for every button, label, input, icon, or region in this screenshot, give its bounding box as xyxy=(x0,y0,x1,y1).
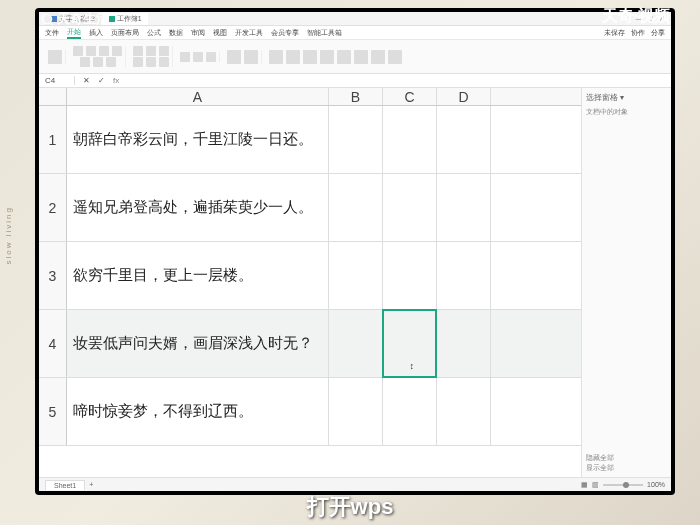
show-all-button[interactable]: 显示全部 xyxy=(586,463,667,473)
col-header-d[interactable]: D xyxy=(437,88,491,105)
ribbon-cells xyxy=(266,50,405,64)
cell-d3[interactable] xyxy=(437,242,491,309)
currency-icon[interactable] xyxy=(180,52,190,62)
select-all-corner[interactable] xyxy=(39,88,67,105)
freeze-icon[interactable] xyxy=(371,50,385,64)
ribbon-styles xyxy=(224,50,262,64)
cell-a1[interactable]: 朝辞白帝彩云间，千里江陵一日还。 xyxy=(67,106,329,173)
cell-a4[interactable]: 妆罢低声问夫婿，画眉深浅入时无？ xyxy=(67,310,329,377)
sidebar-pane: 选择窗格 ▾ 文档中的对象 隐藏全部 显示全部 xyxy=(581,88,671,477)
cell-d5[interactable] xyxy=(437,378,491,445)
row-header-1[interactable]: 1 xyxy=(39,106,67,173)
cell-c5[interactable] xyxy=(383,378,437,445)
doc-tab-sheet[interactable]: 工作簿1 xyxy=(103,13,148,25)
menu-start[interactable]: 开始 xyxy=(67,27,81,39)
cell-a5[interactable]: 啼时惊妾梦，不得到辽西。 xyxy=(67,378,329,445)
sidebar-title[interactable]: 选择窗格 ▾ xyxy=(586,92,667,103)
sum-icon[interactable] xyxy=(269,50,283,64)
valign-mid-icon[interactable] xyxy=(146,57,156,67)
sort-icon[interactable] xyxy=(286,50,300,64)
cell-c2[interactable] xyxy=(383,174,437,241)
view-page-icon[interactable]: ▥ xyxy=(592,481,599,489)
view-normal-icon[interactable]: ▦ xyxy=(581,481,588,489)
fill-color-icon[interactable] xyxy=(80,57,90,67)
font-color-icon[interactable] xyxy=(112,46,122,56)
name-box[interactable]: C4 xyxy=(45,76,75,85)
zoom-slider[interactable] xyxy=(603,484,643,486)
screen: 文字文稿12 工作簿1 — □ ✕ 文件 开始 插入 页面布局 公式 数据 审阅… xyxy=(39,12,671,491)
cell-a3[interactable]: 欲穷千里目，更上一层楼。 xyxy=(67,242,329,309)
col-header-c[interactable]: C xyxy=(383,88,437,105)
border-icon[interactable] xyxy=(93,57,103,67)
fx-icon[interactable]: fx xyxy=(113,76,119,85)
row-header-2[interactable]: 2 xyxy=(39,174,67,241)
row-header-4[interactable]: 4 xyxy=(39,310,67,377)
menu-tools[interactable]: 智能工具箱 xyxy=(307,28,342,38)
align-center-icon[interactable] xyxy=(146,46,156,56)
row-header-3[interactable]: 3 xyxy=(39,242,67,309)
menu-formula[interactable]: 公式 xyxy=(147,28,161,38)
save-status: 未保存 xyxy=(604,28,625,38)
svg-point-0 xyxy=(42,14,51,23)
cell-a2[interactable]: 遥知兄弟登高处，遍插茱萸少一人。 xyxy=(67,174,329,241)
cell-b4[interactable] xyxy=(329,310,383,377)
cell-b3[interactable] xyxy=(329,242,383,309)
cell-c1[interactable] xyxy=(383,106,437,173)
svg-line-1 xyxy=(51,23,53,25)
row-col-icon[interactable] xyxy=(337,50,351,64)
menu-layout[interactable]: 页面布局 xyxy=(111,28,139,38)
add-sheet-button[interactable]: + xyxy=(89,481,93,488)
cell-d1[interactable] xyxy=(437,106,491,173)
paste-icon[interactable] xyxy=(48,50,62,64)
spreadsheet[interactable]: A B C D 1 朝辞白帝彩云间，千里江陵一日还。 2 遥知兄弟登高处，遍插茱… xyxy=(39,88,581,477)
wrap-icon[interactable] xyxy=(159,57,169,67)
sheet-tab[interactable]: Sheet1 xyxy=(45,480,85,490)
ribbon-clipboard xyxy=(45,50,66,64)
column-headers: A B C D xyxy=(39,88,581,106)
watermark-topleft: 天奇生活 xyxy=(40,10,109,28)
menu-view[interactable]: 视图 xyxy=(213,28,227,38)
confirm-icon[interactable]: ✓ xyxy=(98,76,105,85)
valign-top-icon[interactable] xyxy=(133,57,143,67)
cell-b2[interactable] xyxy=(329,174,383,241)
cell-b1[interactable] xyxy=(329,106,383,173)
ribbon-number xyxy=(177,52,220,62)
align-left-icon[interactable] xyxy=(133,46,143,56)
italic-icon[interactable] xyxy=(86,46,96,56)
comma-icon[interactable] xyxy=(206,52,216,62)
find-icon[interactable] xyxy=(388,50,402,64)
menu-data[interactable]: 数据 xyxy=(169,28,183,38)
cond-format-icon[interactable] xyxy=(227,50,241,64)
decor-text: slow living xyxy=(4,206,13,264)
collab-button[interactable]: 协作 xyxy=(631,28,645,38)
percent-icon[interactable] xyxy=(193,52,203,62)
share-button[interactable]: 分享 xyxy=(651,28,665,38)
table-row: 3 欲穷千里目，更上一层楼。 xyxy=(39,242,581,310)
cell-c4[interactable]: ↕ xyxy=(383,310,437,377)
hide-all-button[interactable]: 隐藏全部 xyxy=(586,453,667,463)
filter-icon[interactable] xyxy=(303,50,317,64)
cell-d4[interactable] xyxy=(437,310,491,377)
zoom-value[interactable]: 100% xyxy=(647,481,665,488)
cell-b5[interactable] xyxy=(329,378,383,445)
cell-d2[interactable] xyxy=(437,174,491,241)
table-style-icon[interactable] xyxy=(244,50,258,64)
menu-dev[interactable]: 开发工具 xyxy=(235,28,263,38)
bold-icon[interactable] xyxy=(73,46,83,56)
font-size-icon[interactable] xyxy=(106,57,116,67)
worksheet-icon[interactable] xyxy=(354,50,368,64)
fill-icon[interactable] xyxy=(320,50,334,64)
excel-icon xyxy=(109,16,115,22)
menu-member[interactable]: 会员专享 xyxy=(271,28,299,38)
align-right-icon[interactable] xyxy=(159,46,169,56)
col-header-b[interactable]: B xyxy=(329,88,383,105)
col-header-a[interactable]: A xyxy=(67,88,329,105)
row-header-5[interactable]: 5 xyxy=(39,378,67,445)
underline-icon[interactable] xyxy=(99,46,109,56)
table-row: 2 遥知兄弟登高处，遍插茱萸少一人。 xyxy=(39,174,581,242)
menu-insert[interactable]: 插入 xyxy=(89,28,103,38)
menu-review[interactable]: 审阅 xyxy=(191,28,205,38)
cancel-icon[interactable]: ✕ xyxy=(83,76,90,85)
cell-c3[interactable] xyxy=(383,242,437,309)
file-menu[interactable]: 文件 xyxy=(45,28,59,38)
